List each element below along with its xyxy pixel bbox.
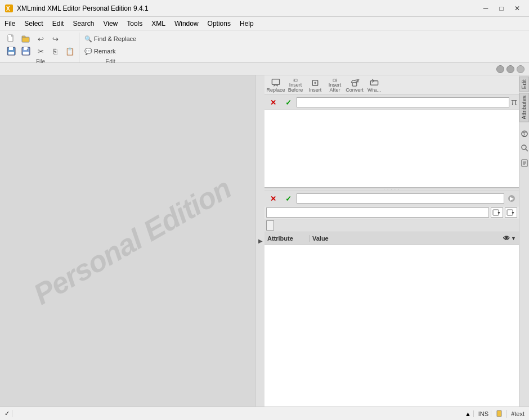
side-tab-attributes[interactable]: Attributes <box>519 93 529 122</box>
edit-toolbar-section: 🔍 Find & Replace 💬 Remark Edit <box>79 33 141 62</box>
insert-after-label: Insert After <box>326 83 343 93</box>
undo-button[interactable]: ↩ <box>34 33 47 45</box>
svg-rect-6 <box>22 36 25 38</box>
indicator-dot-1 <box>496 65 504 73</box>
insert-after-button[interactable]: Insert After <box>326 78 344 93</box>
menu-bar: File Select Edit Search View Tools XML W… <box>0 17 529 30</box>
attr-filter-input[interactable] <box>266 207 489 218</box>
svg-text:+: + <box>26 48 29 51</box>
menu-tools[interactable]: Tools <box>122 17 147 30</box>
node-type-label: #text <box>511 410 524 417</box>
attr-tab-1[interactable] <box>266 220 274 231</box>
find-replace-button[interactable]: 🔍 Find & Replace <box>82 33 139 45</box>
indicator-dot-3 <box>517 65 524 73</box>
copy-button[interactable]: ⎘ <box>48 45 62 57</box>
open-button[interactable] <box>19 33 33 45</box>
convert-button[interactable]: Convert <box>346 78 364 93</box>
x-icon-attr: ✕ <box>270 195 276 203</box>
menu-search[interactable]: Search <box>68 17 98 30</box>
status-file-seg <box>494 410 506 418</box>
status-node-seg: #text <box>509 410 527 417</box>
value-icon-dropdown[interactable]: ▼ <box>511 236 516 241</box>
menu-file[interactable]: File <box>0 17 20 30</box>
tree-search-input-top[interactable] <box>297 97 509 107</box>
check-icon-attr: ✓ <box>285 195 292 203</box>
menu-view[interactable]: View <box>98 17 122 30</box>
menu-help[interactable]: Help <box>235 17 258 30</box>
side-icon-2[interactable] <box>518 142 530 155</box>
wrap-button[interactable]: Wra... <box>365 78 383 93</box>
svg-rect-4 <box>8 35 11 37</box>
right-action-toolbar: Replace Insert Before Insert Insert Afte… <box>264 75 519 95</box>
value-icon-eye: 👁 <box>503 234 510 242</box>
close-button[interactable]: ✕ <box>510 3 524 14</box>
saveas-button[interactable]: + <box>19 45 33 57</box>
redo-button[interactable]: ↪ <box>48 33 62 45</box>
menu-edit[interactable]: Edit <box>48 17 69 30</box>
menu-options[interactable]: Options <box>203 17 235 30</box>
attr-table-body[interactable] <box>264 245 519 407</box>
attr-value-input[interactable] <box>297 193 504 204</box>
maximize-button[interactable]: □ <box>494 3 509 14</box>
replace-label: Replace <box>266 88 285 93</box>
menu-window[interactable]: Window <box>170 17 203 30</box>
new-button[interactable] <box>5 33 18 45</box>
svg-rect-24 <box>352 83 357 87</box>
attr-action-button[interactable]: ▶ <box>506 192 517 205</box>
status-check-icon: ✓ <box>5 410 10 417</box>
insert-before-label: Insert Before <box>287 83 304 93</box>
x-icon-top: ✕ <box>270 98 276 107</box>
svg-text:▼: ▼ <box>511 211 515 215</box>
svg-text:X: X <box>6 6 10 12</box>
attr-confirm-button[interactable]: ✓ <box>281 192 295 205</box>
attr-dropdown-1[interactable]: ▼ <box>491 207 503 218</box>
attr-cancel-button[interactable]: ✕ <box>266 192 280 205</box>
cut-button[interactable]: ✂ <box>34 45 47 57</box>
replace-button[interactable]: Replace <box>267 78 285 93</box>
file-icon <box>496 410 504 418</box>
svg-line-35 <box>526 149 528 151</box>
status-ins-seg: INS <box>476 410 491 417</box>
secondary-toolbar <box>0 63 529 75</box>
pi-icon-top: π <box>511 97 517 107</box>
attr-panel: ✕ ✓ ▶ ▼ ▼ <box>264 191 519 407</box>
svg-point-34 <box>522 145 526 150</box>
app-icon: X <box>5 4 14 13</box>
binoculars-icon: 🔍 <box>84 35 92 43</box>
tree-confirm-button-top[interactable]: ✓ <box>281 96 295 109</box>
attr-toolbar: ✕ ✓ ▶ <box>264 191 519 206</box>
tree-panel-toolbar-top: ✕ ✓ π <box>264 95 519 110</box>
insert-before-button[interactable]: Insert Before <box>286 78 304 93</box>
scroll-up-icon[interactable]: ▲ <box>465 410 471 417</box>
svg-text:▼: ▼ <box>497 211 501 215</box>
tree-cancel-button-top[interactable]: ✕ <box>266 96 280 109</box>
check-icon-top: ✓ <box>285 98 292 107</box>
tree-content-top[interactable] <box>264 110 519 187</box>
main-area: Personal Edition ▶ Replace Insert Before <box>0 75 529 407</box>
attr-table-header: Attribute Value 👁 ▼ <box>264 232 519 245</box>
panel-main: Replace Insert Before Insert Insert Afte… <box>264 75 519 407</box>
side-tabs: Edit Attributes ∑ <box>519 75 529 407</box>
editor-area[interactable]: Personal Edition ▶ <box>0 75 264 407</box>
tree-panel-top: ✕ ✓ π <box>264 95 519 188</box>
side-tab-edit[interactable]: Edit <box>519 76 529 92</box>
indicator-dot-2 <box>506 65 514 73</box>
side-icon-3[interactable] <box>518 157 530 169</box>
insert-button[interactable]: Insert <box>306 78 324 93</box>
side-icon-1[interactable]: ∑ <box>518 128 530 140</box>
scroll-arrow-right[interactable]: ▶ <box>258 238 263 244</box>
save-button[interactable] <box>5 45 18 57</box>
attr-dropdown-2[interactable]: ▼ <box>505 207 517 218</box>
menu-select[interactable]: Select <box>20 17 47 30</box>
ins-label: INS <box>478 410 488 417</box>
minimize-button[interactable]: ─ <box>478 3 493 14</box>
svg-rect-21 <box>333 79 335 82</box>
attr-filter-row: ▼ ▼ <box>264 206 519 219</box>
title-bar: X XMLmind XML Editor Personal Edition 9.… <box>0 0 529 17</box>
attr-col-value-header: Value 👁 ▼ <box>310 234 519 242</box>
svg-rect-25 <box>370 81 378 85</box>
paste-button[interactable]: 📋 <box>63 45 77 57</box>
svg-rect-9 <box>8 52 14 55</box>
menu-xml[interactable]: XML <box>147 17 170 30</box>
remark-button[interactable]: 💬 Remark <box>82 45 119 57</box>
